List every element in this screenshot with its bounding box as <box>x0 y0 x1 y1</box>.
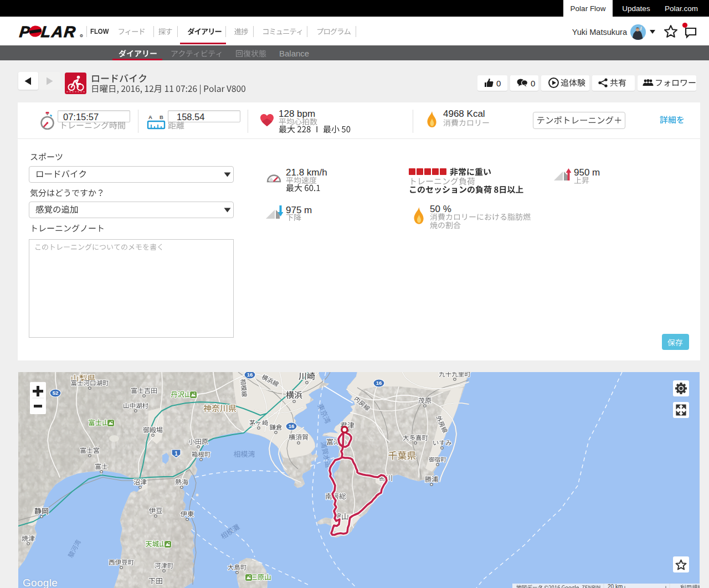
svg-text:B: B <box>160 114 163 120</box>
svg-text:LAR: LAR <box>40 23 78 40</box>
svg-text:20 km: 20 km <box>608 584 623 588</box>
svg-text:A: A <box>148 114 152 120</box>
svg-text:R: R <box>81 35 83 37</box>
svg-text:16: 16 <box>289 423 295 429</box>
svg-text:16: 16 <box>247 372 253 378</box>
svg-text:1: 1 <box>174 451 178 457</box>
svg-text:16: 16 <box>376 380 382 386</box>
svg-text:52: 52 <box>53 390 59 396</box>
